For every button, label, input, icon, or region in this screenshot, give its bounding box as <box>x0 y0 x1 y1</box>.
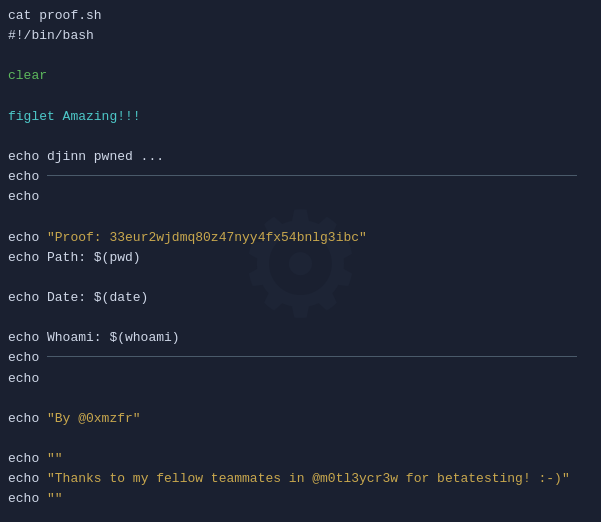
line-proof: echo "Proof: 33eur2wjdmq80z47nyy4fx54bnl… <box>8 228 593 248</box>
line-date: echo Date: $(date) <box>8 288 593 308</box>
line-16 <box>8 308 593 328</box>
line-5 <box>8 87 593 107</box>
line-whoami: echo Whoami: $(whoami) <box>8 328 593 348</box>
line-7 <box>8 127 593 147</box>
line-echo-9: echo <box>8 167 593 187</box>
line-echo-19: echo <box>8 369 593 389</box>
line-2: #!/bin/bash <box>8 26 593 46</box>
line-echo-10: echo <box>8 187 593 207</box>
line-20 <box>8 389 593 409</box>
line-by: echo "By @0xmzfr" <box>8 409 593 429</box>
line-1: cat proof.sh <box>8 6 593 26</box>
line-22 <box>8 429 593 449</box>
line-14 <box>8 268 593 288</box>
line-clear: clear <box>8 66 593 86</box>
line-echo-djinn: echo djinn pwned ... <box>8 147 593 167</box>
line-echo-empty2: echo "" <box>8 489 593 509</box>
terminal-content: cat proof.sh #!/bin/bash clear figlet Am… <box>8 6 593 510</box>
terminal-window: ⚙ cat proof.sh #!/bin/bash clear figlet … <box>0 0 601 522</box>
line-path: echo Path: $(pwd) <box>8 248 593 268</box>
line-echo-empty1: echo "" <box>8 449 593 469</box>
line-echo-18: echo <box>8 348 593 368</box>
line-figlet: figlet Amazing!!! <box>8 107 593 127</box>
line-3 <box>8 46 593 66</box>
line-thanks: echo "Thanks to my fellow teammates in @… <box>8 469 593 489</box>
line-11 <box>8 207 593 227</box>
